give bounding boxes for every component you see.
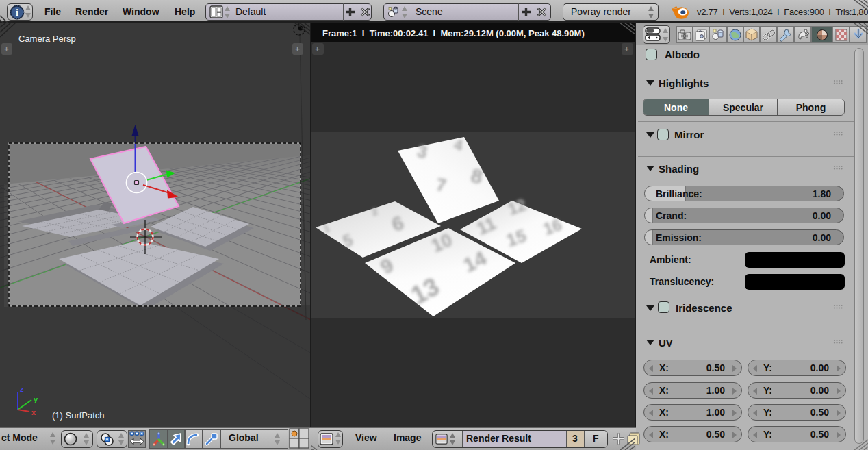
svg-text:+: + <box>295 45 300 54</box>
svg-text:Frame:1 I Time:00:02.41 I: Frame:1 I Time:00:02.41 I Mem:29.12M (0.… <box>322 28 585 38</box>
svg-text:+: + <box>315 45 320 54</box>
svg-text:x: x <box>31 408 36 416</box>
svg-text:y: y <box>34 395 38 403</box>
svg-text:+: + <box>4 45 9 54</box>
svg-text:z: z <box>20 385 24 393</box>
svg-text:(1) SurfPatch: (1) SurfPatch <box>52 410 105 421</box>
svg-text:Camera Persp: Camera Persp <box>18 34 76 44</box>
svg-text:+: + <box>624 45 629 54</box>
